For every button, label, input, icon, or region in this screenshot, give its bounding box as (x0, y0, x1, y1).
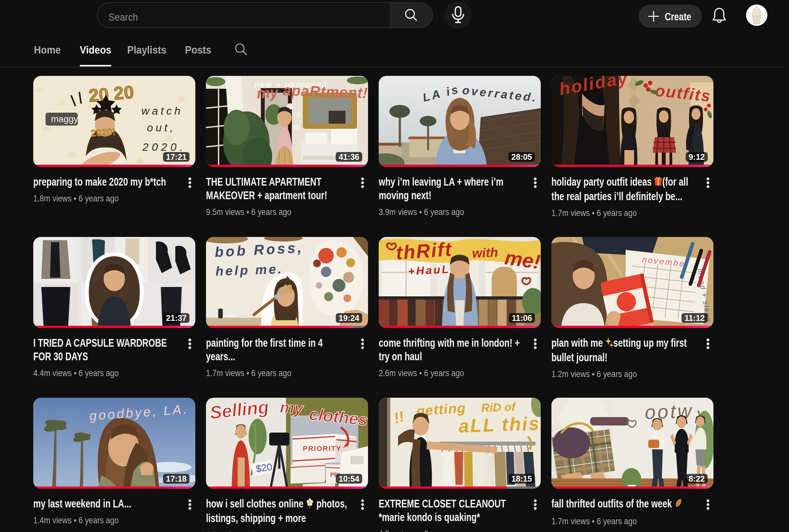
svg-text:thRift: thRift (395, 238, 453, 264)
svg-text:watch: watch (141, 104, 183, 117)
svg-text:aLL this: aLL this (458, 413, 540, 436)
svg-text:my: my (256, 83, 280, 102)
svg-text:RiD of: RiD of (481, 400, 517, 415)
svg-text:apaRtment!: apaRtment! (283, 82, 368, 101)
svg-text:2020.: 2020. (142, 141, 186, 153)
svg-text:maggy: maggy (51, 114, 78, 124)
svg-text:+HauL: +HauL (408, 263, 450, 277)
svg-text:out,: out, (147, 121, 176, 134)
svg-text:2020!: 2020! (90, 126, 116, 138)
svg-text:with: with (472, 245, 498, 260)
svg-text:help me.: help me. (215, 262, 284, 278)
svg-text:PRIORITY: PRIORITY (303, 444, 342, 453)
svg-text:my: my (279, 398, 304, 418)
svg-text:$20: $20 (255, 461, 273, 474)
